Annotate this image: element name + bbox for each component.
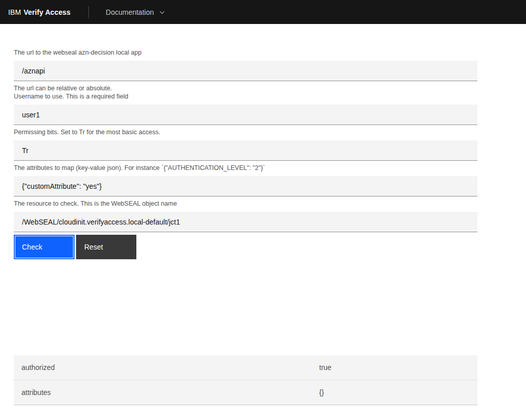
button-row: Check Reset [14, 235, 477, 259]
result-value: {} [319, 388, 477, 397]
chevron-down-icon [159, 9, 165, 16]
field-label-username: Username to use. This is a required fiel… [14, 92, 477, 101]
resource-input[interactable] [14, 212, 477, 232]
field-label-resource: The resource to check. This is the WebSE… [14, 200, 477, 208]
header-divider [88, 6, 89, 18]
field-label-permissions: Permissing bits. Set to Tr for the most … [14, 128, 477, 136]
nav-documentation[interactable]: Documentation [106, 8, 165, 16]
brand-name: Verify Access [23, 8, 70, 16]
username-input[interactable] [14, 105, 477, 125]
result-key: authorized [14, 363, 319, 372]
result-key: attributes [14, 388, 319, 397]
attributes-input[interactable] [14, 176, 477, 196]
field-helper-url: The url can be relative or absolute. [14, 84, 477, 92]
nav-documentation-label: Documentation [106, 8, 154, 16]
check-button[interactable]: Check [14, 235, 75, 259]
table-row: authorized true [14, 355, 477, 380]
field-label-attributes: The attributes to map (key-value json). … [14, 164, 477, 172]
brand-prefix: IBM [8, 8, 21, 16]
app-header: IBMVerify Access Documentation [0, 0, 526, 24]
url-input[interactable] [14, 61, 477, 81]
reset-button[interactable]: Reset [76, 235, 136, 259]
brand[interactable]: IBMVerify Access [8, 8, 70, 16]
main-content: The url to the webseal azn-decision loca… [14, 48, 477, 405]
table-row: attributes {} [14, 380, 477, 405]
result-value: true [319, 363, 477, 372]
permissions-input[interactable] [14, 140, 477, 161]
results-table: authorized true attributes {} [14, 355, 477, 405]
field-label-url: The url to the webseal azn-decision loca… [14, 48, 477, 57]
